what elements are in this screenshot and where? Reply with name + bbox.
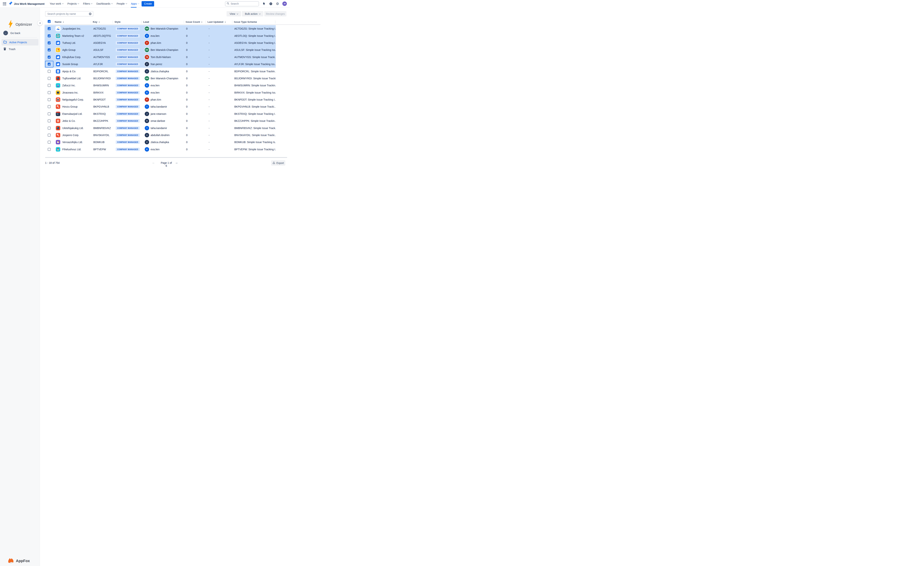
table-row[interactable]: Jebiz & Co. BKZZJHPPK COMPANY MANAGED O … (45, 117, 276, 125)
project-name[interactable]: Agfo Group (62, 48, 76, 51)
project-name[interactable]: Jebiz & Co. (62, 119, 76, 122)
project-name[interactable]: Nelgutagaful Corp. (62, 98, 84, 101)
project-name[interactable]: Tujifunekbel Ltd. (62, 77, 81, 80)
table-row[interactable]: Vensazofojku Ltd. BOMKUB COMPANY MANAGED… (45, 139, 276, 146)
issue-count: 0 (186, 134, 188, 137)
table-row[interactable]: Tujifunekbel Ltd. BGJORMYROI COMPANY MAN… (45, 75, 276, 82)
style-badge: COMPANY MANAGED (116, 91, 140, 94)
table-row[interactable]: Apoju & Co. BDPIORCRL COMPANY MANAGED Z … (45, 68, 276, 75)
settings-gear-icon[interactable]: ⚙ (276, 2, 279, 6)
project-key: AUTMOVYGS (93, 56, 110, 59)
global-search-input[interactable]: Search (225, 1, 259, 6)
review-changes-button[interactable]: Review changes (264, 11, 286, 17)
export-button[interactable]: Export (271, 160, 285, 166)
project-name[interactable]: Tuthooj Ltd. (62, 41, 76, 44)
project-name[interactable]: Jinaceara Inc. (62, 91, 78, 94)
project-name[interactable]: Vensazofojku Ltd. (62, 141, 83, 144)
row-checkbox[interactable] (48, 113, 51, 116)
table-row[interactable]: Kihujlufuw Corp. AUTMOVYGS COMPANY MANAG… (45, 54, 276, 61)
row-checkbox[interactable] (48, 141, 51, 144)
nav-item-people[interactable]: People (116, 0, 128, 8)
help-icon[interactable]: ? (269, 2, 273, 6)
table-header: Name Key Style Lead Issue Count Last Upd… (45, 20, 290, 25)
next-page-arrow-icon[interactable]: → (175, 161, 178, 164)
row-checkbox[interactable] (48, 105, 51, 108)
go-back-button[interactable]: ← Go back (2, 30, 39, 36)
notifications-icon[interactable] (262, 2, 266, 6)
table-row[interactable]: Etamubazjod Ltd. BKSTRXQ COMPANY MANAGED… (45, 110, 276, 117)
table-row[interactable]: Agfo Group ASULSF COMPANY MANAGED BW Ben… (45, 47, 276, 53)
project-name[interactable]: Hovzu Group (62, 105, 77, 108)
table-row[interactable]: Tuthooj Ltd. ASOEGYA COMPANY MANAGED P p… (45, 39, 276, 47)
row-checkbox[interactable] (48, 148, 51, 151)
column-header-issue-count[interactable]: Issue Count (186, 21, 202, 23)
table-row[interactable]: Uletefojakukig Ltd. BMBNFBSVKZ COMPANY M… (45, 125, 276, 131)
row-checkbox[interactable] (48, 27, 51, 30)
row-checkbox[interactable] (48, 84, 51, 87)
table-row[interactable]: Susiok Group AYLFJR COMPANY MANAGED F fr… (45, 61, 276, 68)
sidebar-collapse-button[interactable] (38, 21, 42, 26)
project-name[interactable]: Marketing Team v2 (62, 35, 84, 38)
previous-page-arrow-icon[interactable]: ← (152, 161, 155, 164)
view-button[interactable]: View (226, 11, 241, 17)
project-name[interactable]: Apoju & Co. (62, 70, 76, 73)
nav-item-filters[interactable]: Filters (82, 0, 93, 8)
sidebar-item-active-projects[interactable]: Active Projects (2, 39, 39, 45)
project-search-input[interactable]: Search projects by name × (45, 11, 93, 17)
column-header-name[interactable]: Name (55, 21, 64, 23)
style-badge: COMPANY MANAGED (116, 141, 140, 144)
nav-item-apps[interactable]: Apps (130, 0, 140, 8)
table-row[interactable]: Hovzu Group BKPGVHNLB COMPANY MANAGED T … (45, 103, 276, 110)
row-checkbox[interactable] (48, 91, 51, 94)
project-name[interactable]: Fiheluohvuc Ltd. (62, 148, 81, 151)
table-row[interactable]: Zafuczi Inc. BHWSUMRN COMPANY MANAGED E … (45, 82, 276, 89)
issue-type-scheme: BIRKIVX: Simple Issue Tracking Iss... (234, 91, 276, 94)
nav-item-projects[interactable]: Projects (67, 0, 80, 8)
project-name[interactable]: Zafuczi Inc. (62, 84, 76, 87)
column-header-key[interactable]: Key (93, 21, 100, 23)
project-name[interactable]: Etamubazjod Ltd. (62, 113, 82, 116)
create-button[interactable]: Create (141, 1, 154, 6)
row-checkbox[interactable] (48, 63, 51, 66)
project-name[interactable]: Josjanro Corp. (62, 134, 79, 137)
row-checkbox[interactable] (48, 98, 51, 101)
row-checkbox[interactable] (48, 41, 51, 44)
user-avatar[interactable]: JR (282, 2, 287, 6)
horizontal-scrollbar[interactable] (45, 157, 287, 158)
row-checkbox[interactable] (48, 35, 51, 38)
lead-avatar: E (145, 83, 149, 88)
clear-search-icon[interactable]: × (89, 13, 92, 15)
nav-item-dashboards[interactable]: Dashboards (96, 0, 113, 8)
table-row[interactable]: Jinaceara Inc. BIRKIVX COMPANY MANAGED E… (45, 89, 276, 96)
row-checkbox[interactable] (48, 56, 51, 59)
row-checkbox[interactable] (48, 127, 51, 129)
table-row[interactable]: Fiheluohvuc Ltd. BPTVEPW COMPANY MANAGED… (45, 146, 276, 153)
jira-logo[interactable]: Jira Work Management (9, 2, 45, 6)
row-checkbox[interactable] (48, 48, 51, 51)
bulk-action-button[interactable]: Bulk action (242, 11, 263, 17)
select-all-checkbox[interactable] (48, 20, 51, 23)
project-key: BNVSKAYOIL (93, 134, 110, 137)
nav-item-your-work[interactable]: Your work (50, 0, 64, 8)
project-name[interactable]: Uletefojakukig Ltd. (62, 127, 84, 129)
nav-item-label: Projects (68, 2, 77, 5)
lead-avatar: Z (145, 69, 149, 74)
row-checkbox[interactable] (48, 77, 51, 80)
row-checkbox[interactable] (48, 70, 51, 73)
project-name[interactable]: Susiok Group (62, 63, 78, 66)
project-key: BOMKUB (93, 141, 105, 144)
lead-name: taha.kandamir (151, 105, 167, 108)
chevron-down-icon (138, 3, 139, 4)
table-row[interactable]: Nelgutagaful Corp. BKNPDDT COMPANY MANAG… (45, 96, 276, 103)
project-name[interactable]: Juupobejani Inc. (62, 27, 81, 30)
sidebar-item-trash[interactable]: Trash (2, 46, 39, 52)
app-switcher-icon[interactable] (3, 2, 6, 5)
table-row[interactable]: Josjanro Corp. BNVSKAYOIL COMPANY MANAGE… (45, 132, 276, 139)
project-name[interactable]: Kihujlufuw Corp. (62, 56, 81, 59)
issue-type-scheme: BNVSKAYOIL: Simple Issue Tracki... (234, 134, 276, 137)
row-checkbox[interactable] (48, 134, 51, 137)
table-row[interactable]: Marketing Team v2 AEOTLOQTFG COMPANY MAN… (45, 32, 276, 39)
column-header-last-updated[interactable]: Last Updated (207, 21, 226, 23)
table-row[interactable]: Juupobejani Inc. ACTDGZG COMPANY MANAGED… (45, 25, 276, 32)
row-checkbox[interactable] (48, 119, 51, 122)
